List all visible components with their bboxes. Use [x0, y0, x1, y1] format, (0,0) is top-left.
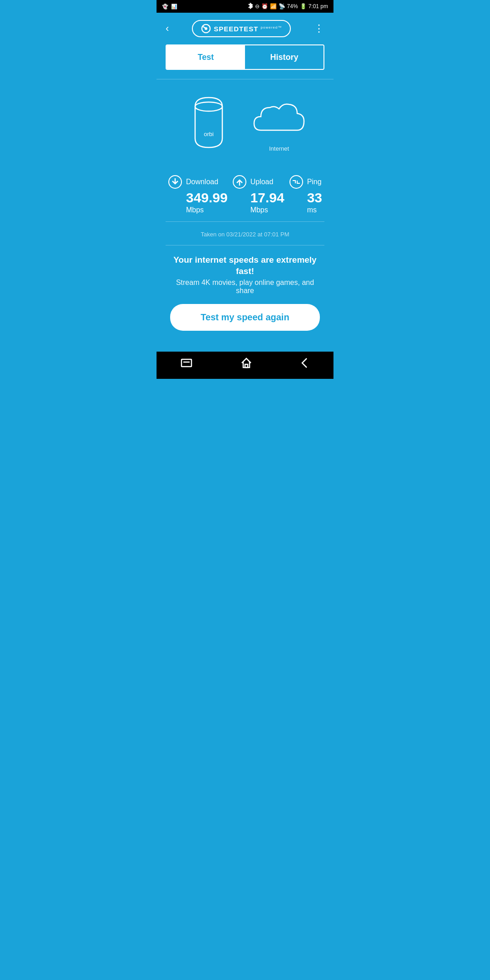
timestamp: Taken on 03/21/2022 at 07:01 PM — [166, 225, 324, 245]
speed-stats: Download 349.99 Mbps Upload 17.94 Mbps — [166, 170, 324, 214]
nav-home-icon[interactable] — [240, 357, 252, 372]
status-bar: 👻 📊 ⊖ ⏰ 📶 📡 74% 🔋 7:01 pm — [157, 0, 333, 13]
result-message: Your internet speeds are extremely fast!… — [166, 245, 324, 343]
nav-back-icon[interactable] — [300, 357, 309, 372]
tab-history[interactable]: History — [245, 45, 323, 69]
nav-bar — [157, 352, 333, 379]
upload-label: Upload — [250, 178, 274, 186]
router-container: orbi — [184, 93, 234, 152]
upload-header: Upload — [232, 175, 274, 189]
download-icon — [168, 175, 182, 189]
upload-stat: Upload 17.94 Mbps — [232, 175, 284, 214]
battery-text: 74% — [287, 3, 298, 10]
logo-text: SPEEDTEST powered™ — [214, 25, 282, 33]
ping-value: 33 — [289, 190, 322, 205]
main-content: orbi Internet Download 349.99 Mbps — [157, 79, 333, 352]
bluetooth-icon — [248, 3, 253, 10]
download-stat: Download 349.99 Mbps — [168, 175, 228, 214]
menu-button[interactable]: ⋮ — [314, 23, 324, 34]
battery-icon: 🔋 — [300, 3, 307, 10]
ping-stat: Ping 33 ms — [289, 175, 322, 214]
nav-menu-icon[interactable] — [181, 358, 192, 370]
internet-label: Internet — [269, 145, 289, 152]
alarm-icon: ⏰ — [261, 3, 268, 10]
status-right-icons: ⊖ ⏰ 📶 📡 74% 🔋 7:01 pm — [248, 3, 328, 10]
speedometer-icon — [201, 24, 211, 34]
svg-point-8 — [290, 176, 303, 188]
download-value: 349.99 — [168, 190, 228, 205]
hamburger-icon — [181, 358, 192, 368]
orbi-icon: orbi — [184, 93, 234, 152]
tab-container: Test History — [166, 44, 324, 70]
svg-rect-10 — [181, 359, 191, 367]
tab-test[interactable]: Test — [167, 45, 245, 69]
download-unit: Mbps — [168, 206, 204, 214]
status-left-icons: 👻 📊 — [162, 4, 177, 10]
upload-unit: Mbps — [232, 206, 268, 214]
chart-icon: 📊 — [171, 4, 177, 10]
test-again-button[interactable]: Test my speed again — [170, 304, 320, 331]
download-label: Download — [186, 178, 218, 186]
ping-unit: ms — [289, 206, 317, 214]
network-icons: orbi Internet — [166, 93, 324, 152]
minus-icon: ⊖ — [255, 3, 260, 10]
speedtest-logo: SPEEDTEST powered™ — [192, 20, 291, 37]
upload-icon — [232, 175, 247, 189]
result-title: Your internet speeds are extremely fast! — [170, 255, 320, 277]
result-subtitle: Stream 4K movies, play online games, and… — [170, 279, 320, 295]
upload-value: 17.94 — [232, 190, 284, 205]
cloud-container: Internet — [252, 96, 306, 152]
svg-point-2 — [195, 102, 222, 111]
signal-icon: 📡 — [279, 3, 285, 10]
stats-divider — [166, 221, 324, 222]
svg-rect-12 — [245, 364, 248, 368]
back-nav-icon — [300, 357, 309, 369]
ghost-icon: 👻 — [162, 4, 168, 10]
ping-header: Ping — [289, 175, 322, 189]
download-header: Download — [168, 175, 218, 189]
back-button[interactable]: ‹ — [166, 23, 169, 34]
time-display: 7:01 pm — [309, 3, 328, 10]
svg-text:orbi: orbi — [204, 131, 214, 137]
home-icon — [240, 357, 252, 369]
svg-point-1 — [205, 28, 207, 29]
header: ‹ SPEEDTEST powered™ ⋮ — [157, 13, 333, 44]
logo-powered: powered™ — [261, 25, 282, 29]
ping-icon — [289, 175, 304, 189]
cloud-icon — [252, 96, 306, 142]
ping-label: Ping — [307, 178, 322, 186]
wifi-icon: 📶 — [270, 3, 277, 10]
